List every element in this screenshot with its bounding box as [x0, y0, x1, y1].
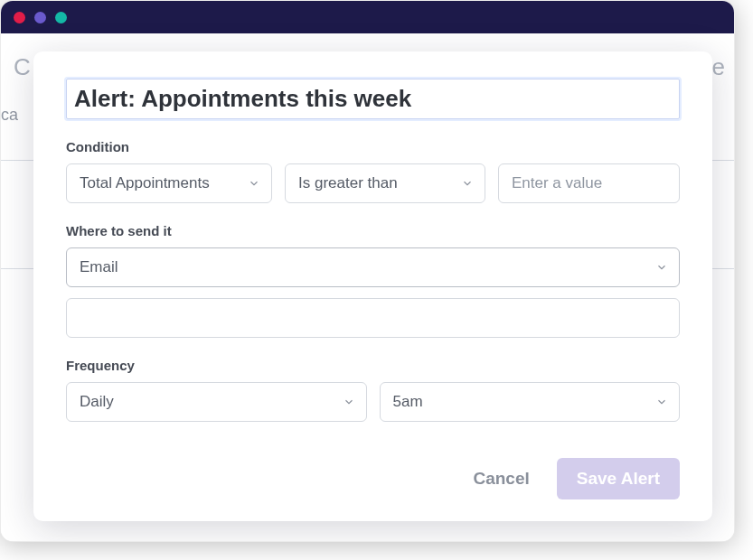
destination-target-input[interactable] [66, 298, 680, 338]
condition-value-input[interactable] [498, 163, 680, 203]
frequency-row: Daily 5am [66, 382, 680, 422]
condition-value-field[interactable] [512, 174, 666, 192]
window-min-dot[interactable] [34, 12, 46, 23]
frequency-time-select[interactable]: 5am [380, 382, 681, 422]
destination-label: Where to send it [66, 223, 680, 238]
bg-text-sub: ca [1, 106, 18, 125]
condition-metric-value: Total Appointments [80, 174, 210, 192]
app-window: C ne ca Condition Total Appointments Is … [0, 0, 735, 542]
condition-label: Condition [66, 139, 680, 154]
create-alert-modal: Condition Total Appointments Is greater … [33, 51, 712, 521]
alert-title-input[interactable] [66, 79, 680, 119]
frequency-cadence-select[interactable]: Daily [66, 382, 367, 422]
window-close-dot[interactable] [14, 12, 25, 23]
condition-operator-value: Is greater than [298, 174, 398, 192]
condition-row: Total Appointments Is greater than [66, 163, 680, 203]
window-max-dot[interactable] [55, 12, 67, 23]
bg-text-left: C [14, 53, 31, 81]
destination-method-value: Email [80, 258, 118, 276]
destination-target-field[interactable] [80, 309, 666, 327]
save-alert-button[interactable]: Save Alert [557, 458, 680, 499]
chevron-down-icon [343, 396, 355, 408]
chevron-down-icon [248, 177, 260, 190]
chevron-down-icon [655, 396, 668, 408]
condition-operator-select[interactable]: Is greater than [285, 163, 485, 203]
modal-footer: Cancel Save Alert [66, 458, 680, 499]
cancel-button[interactable]: Cancel [469, 462, 532, 496]
titlebar [1, 1, 734, 33]
condition-metric-select[interactable]: Total Appointments [66, 163, 272, 203]
chevron-down-icon [461, 177, 474, 190]
chevron-down-icon [655, 261, 668, 274]
frequency-label: Frequency [66, 358, 680, 373]
frequency-time-value: 5am [393, 393, 423, 411]
frequency-cadence-value: Daily [80, 393, 114, 411]
destination-method-select[interactable]: Email [66, 247, 680, 287]
